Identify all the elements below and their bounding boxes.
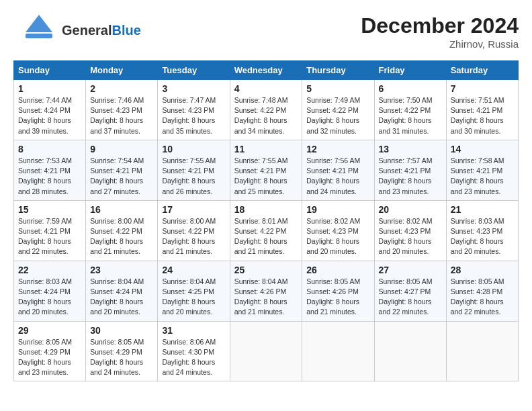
day-number: 12 [306,144,369,154]
logo-blue: Blue [112,23,140,38]
day-cell-4: 4 Sunrise: 7:48 AMSunset: 4:22 PMDayligh… [230,80,302,140]
day-info: Sunrise: 8:02 AMSunset: 4:23 PMDaylight:… [306,217,360,256]
day-info: Sunrise: 7:50 AMSunset: 4:22 PMDaylight:… [379,96,433,135]
weekday-header-monday: Monday [86,61,158,80]
week-row-1: 1 Sunrise: 7:44 AMSunset: 4:24 PMDayligh… [14,80,519,140]
weekday-header-row: SundayMondayTuesdayWednesdayThursdayFrid… [14,61,519,80]
day-info: Sunrise: 7:48 AMSunset: 4:22 PMDaylight:… [234,96,288,135]
day-number: 15 [18,204,81,215]
day-cell-18: 18 Sunrise: 8:01 AMSunset: 4:22 PMDaylig… [230,200,302,261]
day-cell-3: 3 Sunrise: 7:47 AMSunset: 4:23 PMDayligh… [158,80,230,140]
day-cell-23: 23 Sunrise: 8:04 AMSunset: 4:24 PMDaylig… [86,261,158,321]
svg-marker-0 [26,15,52,32]
week-row-2: 8 Sunrise: 7:53 AMSunset: 4:21 PMDayligh… [14,140,519,200]
month-title: December 2024 [361,13,519,38]
day-info: Sunrise: 8:02 AMSunset: 4:23 PMDaylight:… [379,217,433,256]
page-header: GeneralBlue December 2024 Zhirnov, Russi… [13,13,519,50]
day-cell-20: 20 Sunrise: 8:02 AMSunset: 4:23 PMDaylig… [374,200,446,261]
logo-general: General [62,23,112,38]
day-number: 23 [90,265,153,275]
day-info: Sunrise: 8:05 AMSunset: 4:27 PMDaylight:… [379,277,433,316]
day-number: 17 [162,204,225,215]
day-cell-28: 28 Sunrise: 8:05 AMSunset: 4:28 PMDaylig… [446,261,518,321]
weekday-header-tuesday: Tuesday [158,61,230,80]
day-cell-11: 11 Sunrise: 7:55 AMSunset: 4:21 PMDaylig… [230,140,302,200]
day-info: Sunrise: 7:54 AMSunset: 4:21 PMDaylight:… [90,156,144,195]
weekday-header-thursday: Thursday [302,61,374,80]
day-number: 30 [90,325,153,336]
day-number: 13 [379,144,442,154]
day-number: 18 [234,204,298,215]
day-cell-27: 27 Sunrise: 8:05 AMSunset: 4:27 PMDaylig… [374,261,446,321]
day-number: 24 [162,265,225,275]
day-cell-6: 6 Sunrise: 7:50 AMSunset: 4:22 PMDayligh… [374,80,446,140]
day-info: Sunrise: 8:04 AMSunset: 4:24 PMDaylight:… [90,277,144,316]
day-number: 20 [379,204,442,215]
week-row-3: 15 Sunrise: 7:59 AMSunset: 4:21 PMDaylig… [14,200,519,261]
day-info: Sunrise: 7:55 AMSunset: 4:21 PMDaylight:… [162,156,216,195]
day-cell-8: 8 Sunrise: 7:53 AMSunset: 4:21 PMDayligh… [14,140,86,200]
day-cell-17: 17 Sunrise: 8:00 AMSunset: 4:22 PMDaylig… [158,200,230,261]
day-info: Sunrise: 7:58 AMSunset: 4:21 PMDaylight:… [451,156,504,195]
weekday-header-sunday: Sunday [14,61,86,80]
day-cell-7: 7 Sunrise: 7:51 AMSunset: 4:21 PMDayligh… [446,80,518,140]
day-number: 26 [306,265,369,275]
day-info: Sunrise: 8:00 AMSunset: 4:22 PMDaylight:… [90,217,144,256]
weekday-header-saturday: Saturday [446,61,518,80]
day-number: 29 [18,325,81,336]
week-row-5: 29 Sunrise: 8:05 AMSunset: 4:29 PMDaylig… [14,321,519,381]
day-number: 9 [90,144,153,154]
week-row-4: 22 Sunrise: 8:03 AMSunset: 4:24 PMDaylig… [14,261,519,321]
day-number: 6 [379,83,442,94]
day-number: 19 [306,204,369,215]
empty-cell [374,321,446,381]
empty-cell [302,321,374,381]
day-number: 4 [234,83,298,94]
day-number: 5 [306,83,369,94]
logo: GeneralBlue [13,13,141,47]
day-number: 16 [90,204,153,215]
day-info: Sunrise: 8:04 AMSunset: 4:25 PMDaylight:… [162,277,216,316]
day-cell-2: 2 Sunrise: 7:46 AMSunset: 4:23 PMDayligh… [86,80,158,140]
day-cell-5: 5 Sunrise: 7:49 AMSunset: 4:22 PMDayligh… [302,80,374,140]
day-cell-13: 13 Sunrise: 7:57 AMSunset: 4:21 PMDaylig… [374,140,446,200]
day-number: 27 [379,265,442,275]
logo-icon [13,13,60,47]
day-cell-31: 31 Sunrise: 8:06 AMSunset: 4:30 PMDaylig… [158,321,230,381]
day-number: 11 [234,144,298,154]
day-cell-21: 21 Sunrise: 8:03 AMSunset: 4:23 PMDaylig… [446,200,518,261]
svg-rect-1 [26,34,52,38]
day-info: Sunrise: 7:55 AMSunset: 4:21 PMDaylight:… [234,156,288,195]
logo-text: GeneralBlue [62,23,141,38]
day-number: 31 [162,325,225,336]
day-info: Sunrise: 7:47 AMSunset: 4:23 PMDaylight:… [162,96,216,135]
day-info: Sunrise: 8:05 AMSunset: 4:28 PMDaylight:… [451,277,504,316]
location-subtitle: Zhirnov, Russia [361,38,519,50]
day-number: 25 [234,265,298,275]
day-number: 28 [451,265,514,275]
day-cell-29: 29 Sunrise: 8:05 AMSunset: 4:29 PMDaylig… [14,321,86,381]
weekday-header-friday: Friday [374,61,446,80]
day-cell-9: 9 Sunrise: 7:54 AMSunset: 4:21 PMDayligh… [86,140,158,200]
day-number: 14 [451,144,514,154]
day-cell-1: 1 Sunrise: 7:44 AMSunset: 4:24 PMDayligh… [14,80,86,140]
day-cell-30: 30 Sunrise: 8:05 AMSunset: 4:29 PMDaylig… [86,321,158,381]
title-block: December 2024 Zhirnov, Russia [361,13,519,50]
day-cell-16: 16 Sunrise: 8:00 AMSunset: 4:22 PMDaylig… [86,200,158,261]
day-info: Sunrise: 8:00 AMSunset: 4:22 PMDaylight:… [162,217,216,256]
day-info: Sunrise: 8:06 AMSunset: 4:30 PMDaylight:… [162,338,216,377]
day-info: Sunrise: 7:51 AMSunset: 4:21 PMDaylight:… [451,96,504,135]
day-info: Sunrise: 8:05 AMSunset: 4:26 PMDaylight:… [306,277,360,316]
day-info: Sunrise: 7:56 AMSunset: 4:21 PMDaylight:… [306,156,360,195]
calendar-table: SundayMondayTuesdayWednesdayThursdayFrid… [13,60,519,381]
day-cell-22: 22 Sunrise: 8:03 AMSunset: 4:24 PMDaylig… [14,261,86,321]
empty-cell [446,321,518,381]
day-number: 8 [18,144,81,154]
day-info: Sunrise: 8:05 AMSunset: 4:29 PMDaylight:… [90,338,144,377]
day-cell-15: 15 Sunrise: 7:59 AMSunset: 4:21 PMDaylig… [14,200,86,261]
day-cell-25: 25 Sunrise: 8:04 AMSunset: 4:26 PMDaylig… [230,261,302,321]
day-number: 22 [18,265,81,275]
day-info: Sunrise: 7:53 AMSunset: 4:21 PMDaylight:… [18,156,72,195]
day-cell-12: 12 Sunrise: 7:56 AMSunset: 4:21 PMDaylig… [302,140,374,200]
day-cell-19: 19 Sunrise: 8:02 AMSunset: 4:23 PMDaylig… [302,200,374,261]
